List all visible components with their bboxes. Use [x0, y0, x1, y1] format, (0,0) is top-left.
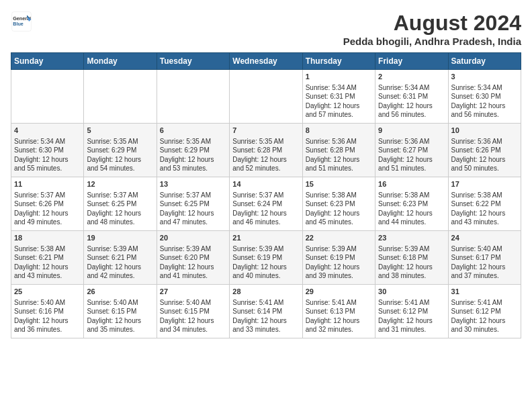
- calendar-day-cell: 31Sunrise: 5:41 AMSunset: 6:12 PMDayligh…: [448, 285, 521, 338]
- calendar-day-cell: 12Sunrise: 5:37 AMSunset: 6:25 PMDayligh…: [84, 177, 157, 231]
- day-info: Sunset: 6:30 PM: [14, 146, 81, 155]
- calendar-day-cell: 17Sunrise: 5:38 AMSunset: 6:22 PMDayligh…: [448, 177, 521, 231]
- day-number: 27: [160, 287, 226, 297]
- calendar-week-row: 11Sunrise: 5:37 AMSunset: 6:26 PMDayligh…: [11, 177, 521, 231]
- calendar-day-cell: 24Sunrise: 5:40 AMSunset: 6:17 PMDayligh…: [448, 231, 521, 285]
- calendar-day-cell: 19Sunrise: 5:39 AMSunset: 6:21 PMDayligh…: [84, 231, 157, 285]
- calendar-day-cell: 18Sunrise: 5:38 AMSunset: 6:21 PMDayligh…: [11, 231, 84, 285]
- day-info: Sunset: 6:31 PM: [378, 92, 445, 101]
- day-number: 12: [87, 179, 153, 189]
- day-info: Daylight: 12 hours: [306, 209, 372, 218]
- day-info: Sunrise: 5:37 AM: [87, 191, 153, 200]
- calendar-day-cell: [157, 70, 229, 124]
- day-number: 14: [232, 179, 299, 189]
- day-number: 3: [451, 72, 518, 82]
- day-info: Sunset: 6:27 PM: [378, 146, 445, 155]
- day-info: Sunset: 6:26 PM: [451, 146, 518, 155]
- day-number: 19: [87, 233, 153, 243]
- weekday-header: Saturday: [448, 53, 521, 70]
- calendar-day-cell: 4Sunrise: 5:34 AMSunset: 6:30 PMDaylight…: [11, 124, 84, 177]
- day-number: 23: [378, 233, 445, 243]
- day-info: Daylight: 12 hours: [87, 209, 153, 218]
- calendar-day-cell: [84, 70, 157, 124]
- day-info: Sunrise: 5:36 AM: [378, 137, 445, 146]
- day-number: 18: [14, 233, 81, 243]
- day-info: Sunset: 6:28 PM: [306, 146, 372, 155]
- day-number: 28: [232, 287, 299, 297]
- day-info: and 53 minutes.: [160, 164, 226, 173]
- calendar-week-row: 25Sunrise: 5:40 AMSunset: 6:16 PMDayligh…: [11, 285, 521, 338]
- day-info: and 45 minutes.: [306, 218, 372, 227]
- weekday-header: Tuesday: [157, 53, 229, 70]
- calendar-day-cell: 10Sunrise: 5:36 AMSunset: 6:26 PMDayligh…: [448, 124, 521, 177]
- day-info: Sunset: 6:30 PM: [451, 92, 518, 101]
- day-info: Sunrise: 5:34 AM: [14, 137, 81, 146]
- day-info: Daylight: 12 hours: [378, 316, 445, 326]
- day-info: Sunset: 6:24 PM: [232, 199, 299, 209]
- day-number: 31: [451, 287, 518, 297]
- day-info: and 36 minutes.: [14, 325, 81, 334]
- page-title: August 2024: [343, 11, 521, 36]
- day-info: and 33 minutes.: [232, 325, 299, 334]
- day-info: Daylight: 12 hours: [378, 101, 445, 111]
- day-info: Sunset: 6:25 PM: [160, 199, 226, 209]
- day-info: Daylight: 12 hours: [306, 155, 372, 165]
- day-info: and 32 minutes.: [306, 325, 372, 334]
- calendar-day-cell: 9Sunrise: 5:36 AMSunset: 6:27 PMDaylight…: [375, 124, 448, 177]
- calendar-day-cell: 5Sunrise: 5:35 AMSunset: 6:29 PMDaylight…: [84, 124, 157, 177]
- calendar-week-row: 4Sunrise: 5:34 AMSunset: 6:30 PMDaylight…: [11, 124, 521, 177]
- day-info: Daylight: 12 hours: [306, 316, 372, 326]
- calendar-day-cell: 3Sunrise: 5:34 AMSunset: 6:30 PMDaylight…: [448, 70, 521, 124]
- calendar-day-cell: 1Sunrise: 5:34 AMSunset: 6:31 PMDaylight…: [302, 70, 375, 124]
- day-info: Daylight: 12 hours: [14, 316, 81, 326]
- calendar-day-cell: [230, 70, 302, 124]
- page-header: General Blue August 2024 Pedda bhogili, …: [11, 11, 521, 47]
- day-info: Daylight: 12 hours: [14, 209, 81, 218]
- day-number: 26: [87, 287, 153, 297]
- calendar-day-cell: 14Sunrise: 5:37 AMSunset: 6:24 PMDayligh…: [230, 177, 302, 231]
- day-info: Sunset: 6:20 PM: [160, 253, 226, 263]
- day-number: 21: [232, 233, 299, 243]
- calendar-day-cell: 30Sunrise: 5:41 AMSunset: 6:12 PMDayligh…: [375, 285, 448, 338]
- day-number: 15: [306, 179, 372, 189]
- day-info: Sunrise: 5:39 AM: [160, 244, 226, 254]
- weekday-header: Sunday: [11, 53, 84, 70]
- calendar-day-cell: 11Sunrise: 5:37 AMSunset: 6:26 PMDayligh…: [11, 177, 84, 231]
- day-number: 9: [378, 126, 445, 136]
- calendar-day-cell: 2Sunrise: 5:34 AMSunset: 6:31 PMDaylight…: [375, 70, 448, 124]
- day-info: Sunrise: 5:35 AM: [232, 137, 299, 146]
- day-info: and 56 minutes.: [451, 110, 518, 120]
- day-info: Sunrise: 5:40 AM: [451, 244, 518, 254]
- day-info: Sunset: 6:15 PM: [87, 307, 153, 316]
- calendar-day-cell: 25Sunrise: 5:40 AMSunset: 6:16 PMDayligh…: [11, 285, 84, 338]
- logo-icon: General Blue: [11, 11, 32, 32]
- day-info: Sunrise: 5:40 AM: [160, 298, 226, 308]
- day-info: Daylight: 12 hours: [451, 155, 518, 165]
- day-info: Sunrise: 5:39 AM: [232, 244, 299, 254]
- day-info: Sunset: 6:18 PM: [378, 253, 445, 263]
- page-subtitle: Pedda bhogili, Andhra Pradesh, India: [343, 36, 521, 47]
- day-info: and 49 minutes.: [14, 218, 81, 227]
- day-info: Daylight: 12 hours: [14, 155, 81, 165]
- day-info: and 35 minutes.: [87, 325, 153, 334]
- weekday-header: Friday: [375, 53, 448, 70]
- day-info: Sunrise: 5:35 AM: [87, 137, 153, 146]
- day-info: Sunrise: 5:37 AM: [232, 191, 299, 200]
- day-number: 5: [87, 126, 153, 136]
- day-info: Sunset: 6:19 PM: [306, 253, 372, 263]
- day-info: and 40 minutes.: [232, 271, 299, 281]
- day-info: Sunrise: 5:36 AM: [451, 137, 518, 146]
- day-info: Sunrise: 5:35 AM: [160, 137, 226, 146]
- day-info: Sunrise: 5:34 AM: [451, 83, 518, 93]
- day-info: and 47 minutes.: [160, 218, 226, 227]
- day-info: and 30 minutes.: [451, 325, 518, 334]
- calendar-table: SundayMondayTuesdayWednesdayThursdayFrid…: [11, 52, 521, 338]
- weekday-header: Wednesday: [230, 53, 302, 70]
- day-info: and 43 minutes.: [451, 218, 518, 227]
- day-info: Sunset: 6:17 PM: [451, 253, 518, 263]
- day-number: 8: [306, 126, 372, 136]
- day-number: 24: [451, 233, 518, 243]
- day-info: Daylight: 12 hours: [87, 316, 153, 326]
- day-info: Daylight: 12 hours: [14, 263, 81, 272]
- day-info: Daylight: 12 hours: [160, 155, 226, 165]
